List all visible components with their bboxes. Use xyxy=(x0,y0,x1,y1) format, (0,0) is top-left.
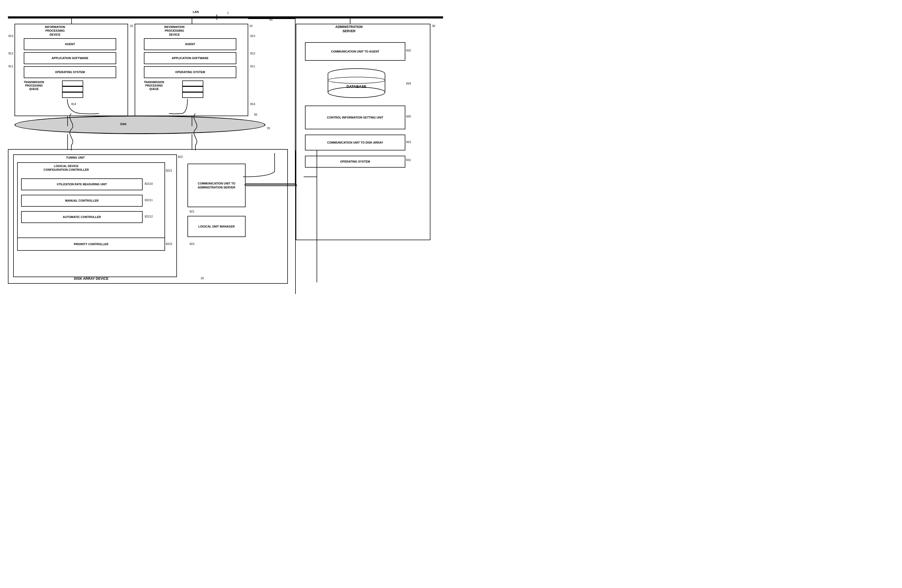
queue-box-2c xyxy=(182,92,203,98)
comm-admin-box: COMMUNICATION UNIT TO ADMINISTRATION SER… xyxy=(188,164,246,207)
ref-812-1: 812 xyxy=(8,52,13,55)
ref-833: 833 xyxy=(406,141,411,144)
ref-82211: 82211 xyxy=(145,199,153,202)
os-1-box: OPERATING SYSTEM xyxy=(24,66,116,78)
ref-814-2: 814 xyxy=(250,102,255,106)
lan-arrow-v xyxy=(216,14,217,20)
ref-813-2: 813 xyxy=(250,34,255,38)
info-device-1-title: INFORMATIONPROCESSINGDEVICE xyxy=(45,25,65,36)
ref-813-1: 813 xyxy=(8,34,13,38)
queue-box-2b xyxy=(182,86,203,92)
lan-to-admin xyxy=(350,19,351,24)
connector-device2-down xyxy=(135,99,248,115)
comm-server-connector-svg xyxy=(243,153,298,206)
admin-disk-connector xyxy=(304,150,357,282)
ref-812-2: 812 xyxy=(250,52,255,55)
ref-82210: 82210 xyxy=(145,182,153,185)
agent-2-box: AGENT xyxy=(144,38,236,50)
info-device-2-title: INFORMATIONPROCESSINGDEVICE xyxy=(164,25,185,36)
tx-queue-2-label: TRANSMISSIONPROCESSINGQUEUE xyxy=(144,80,164,91)
ref-811-2: 811 xyxy=(250,65,255,68)
queue-box-1c xyxy=(62,92,83,98)
comm-agent-box: COMMUNICATION UNIT TO AGENT xyxy=(305,42,405,61)
lan-to-device1 xyxy=(71,19,72,24)
ref-823: 823 xyxy=(189,242,194,246)
os-2-box: OPERATING SYSTEM xyxy=(144,66,236,78)
ref-82212: 82212 xyxy=(145,215,153,218)
utilization-rate-box: UTILIZATION RATE MEASURING UNIT xyxy=(21,178,143,190)
top-h-line xyxy=(248,19,295,19)
zigzag-2 xyxy=(188,114,203,150)
ref-811-1: 811 xyxy=(8,65,13,68)
logical-device-config-label: LOGICAL DEVICECONFIGURATION CONTROLLER xyxy=(44,164,89,172)
svg-text:DATABASE: DATABASE xyxy=(346,84,366,89)
diagram: LAN 1 60 INFORMATIONPROCESSINGDEVICE 10 … xyxy=(0,0,451,294)
priority-controller-box: PRIORITY CONTROLLER xyxy=(17,238,165,251)
disk-array-title: DISK ARRAY DEVICE xyxy=(74,277,108,281)
right-v-line xyxy=(295,19,296,185)
ref-70: 70 xyxy=(267,127,270,130)
ref-20: 20 xyxy=(201,277,204,280)
ref-10-1: 10 xyxy=(130,24,133,27)
agent-1-box: AGENT xyxy=(24,38,116,50)
queue-box-2a xyxy=(182,80,203,86)
ref-50: 50 xyxy=(254,113,257,116)
lan-to-device2 xyxy=(192,19,192,24)
queue-box-1b xyxy=(62,86,83,92)
tuning-unit-label: TUNING UNIT xyxy=(66,156,85,160)
ref-835: 835 xyxy=(406,115,411,118)
zigzag-1 xyxy=(63,114,79,150)
admin-server-title: ADMINISTRATIONSERVER xyxy=(335,25,363,33)
tx-queue-1-label: TRANSMISSIONPROCESSINGQUEUE xyxy=(24,80,44,91)
san-ellipse xyxy=(14,116,265,134)
svg-point-4 xyxy=(328,87,385,98)
ref-8222: 8222 xyxy=(166,242,172,246)
lan-label: LAN xyxy=(193,10,199,14)
app-software-2-box: APPLICATION SOFTWARE xyxy=(144,52,236,64)
ref-821: 821 xyxy=(189,210,194,213)
app-software-1-box: APPLICATION SOFTWARE xyxy=(24,52,116,64)
database-cylinder: DATABASE xyxy=(325,68,388,100)
ref-10-2: 10 xyxy=(249,24,252,27)
san-label: SAN xyxy=(120,122,126,126)
ref-834: 834 xyxy=(406,82,411,85)
ref-822: 822 xyxy=(178,155,183,158)
ref-30: 30 xyxy=(432,24,435,27)
control-info-box: CONTROL INFORMATION SETTING UNIT xyxy=(305,106,405,129)
queue-box-1a xyxy=(62,80,83,86)
automatic-controller-box: AUTOMATIC CONTROLLER xyxy=(21,211,143,223)
ref-831: 831 xyxy=(406,158,411,161)
connector-device1-down xyxy=(14,99,128,115)
manual-controller-box: MANUAL CONTROLLER xyxy=(21,195,143,206)
h-line-mid xyxy=(244,183,297,186)
ref-1: 1 xyxy=(227,11,229,14)
ref-832: 832 xyxy=(406,49,411,52)
ref-8221: 8221 xyxy=(166,169,172,172)
comm-disk-box: COMMUNICATION UNIT TO DISK ARRAY xyxy=(305,134,405,150)
logical-unit-mgr-box: LOGICAL UNIT MANAGER xyxy=(188,216,246,237)
lan-line xyxy=(8,16,443,19)
